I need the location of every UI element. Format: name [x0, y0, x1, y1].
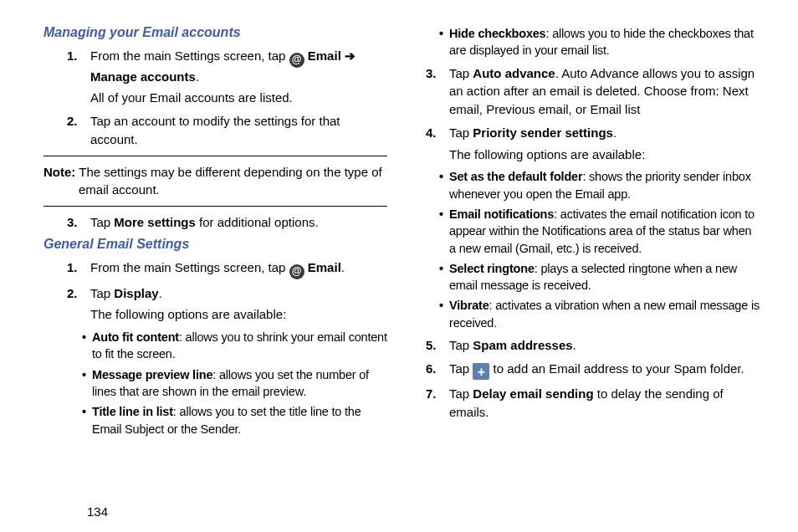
text: Tap an account to modify the settings fo… [90, 114, 340, 146]
step-2: 2. Tap an account to modify the settings… [67, 112, 387, 149]
text: From the main Settings screen, tap [90, 49, 289, 63]
step-body: Tap + to add an Email address to your Sp… [449, 360, 761, 381]
text: . [573, 338, 576, 352]
text: Tap [449, 361, 473, 376]
step-r7: 7. Tap Delay email sending to delay the … [426, 385, 761, 422]
steps-managing-cont: 3. Tap More settings for additional opti… [43, 213, 387, 232]
heading-managing-email: Managing your Email accounts [43, 25, 387, 40]
step-g1: 1. From the main Settings screen, tap @ … [67, 258, 387, 279]
bullets-top: •Hide checkboxes: allows you to hide the… [417, 25, 761, 59]
bullet-bold: Auto fit content [92, 330, 179, 344]
text: Tap [449, 338, 473, 352]
bold: Spam addresses [473, 338, 572, 352]
bullet-item: •Select ringtone: plays a selected ringt… [439, 260, 761, 294]
text: . [196, 69, 199, 84]
bullet-bold: Select ringtone [449, 262, 535, 275]
step-body: From the main Settings screen, tap @ Ema… [90, 47, 387, 107]
bullet-icon: • [439, 206, 449, 257]
step-body: Tap an account to modify the settings fo… [90, 112, 387, 149]
bullet-icon: • [82, 329, 92, 363]
step-body: Tap Spam addresses. [449, 336, 761, 355]
step-r5: 5. Tap Spam addresses. [426, 336, 761, 355]
step-sub: The following options are available: [449, 146, 761, 164]
step-num: 3. [426, 64, 449, 119]
step-num: 3. [67, 213, 90, 232]
bullet-item: •Email notifications: activates the emai… [439, 206, 761, 257]
bullet-bold: Set as the default folder [449, 170, 582, 183]
bold: Email [308, 49, 341, 63]
bullet-item: •Vibrate: activates a vibration when a n… [439, 297, 761, 331]
step-num: 6. [426, 360, 449, 381]
step-sub: All of your Email accounts are listed. [90, 89, 387, 107]
note-label: Note: [43, 165, 75, 179]
steps-right: 3. Tap Auto advance. Auto Advance allows… [417, 64, 761, 164]
step-r6: 6. Tap + to add an Email address to your… [426, 360, 761, 381]
bullet-icon: • [439, 297, 449, 331]
text: . [613, 125, 616, 140]
bullet-bold: Title line in list [92, 405, 173, 418]
bullet-bold: Email notifications [449, 207, 554, 221]
steps-right-b: 5. Tap Spam addresses. 6. Tap + to add a… [417, 336, 761, 422]
bullets-priority: •Set as the default folder: shows the pr… [417, 168, 761, 331]
text: Tap [90, 286, 114, 300]
bullet-icon: • [82, 403, 92, 437]
step-num: 7. [426, 385, 449, 422]
bullet-bold: Hide checkboxes [449, 27, 545, 40]
step-1: 1. From the main Settings screen, tap @ … [67, 47, 387, 107]
bold: Priority sender settings [473, 125, 613, 140]
page: Managing your Email accounts 1. From the… [0, 0, 798, 532]
bullet-icon: • [82, 366, 92, 401]
arrow-icon: ➔ [345, 49, 356, 63]
bullet-bold: Vibrate [449, 299, 489, 312]
right-column: •Hide checkboxes: allows you to hide the… [417, 22, 761, 519]
text: Tap [90, 215, 114, 229]
bullet-icon: • [439, 168, 449, 202]
bullet-item: •Hide checkboxes: allows you to hide the… [439, 25, 761, 59]
heading-general-settings: General Email Settings [43, 237, 387, 252]
step-r4: 4. Tap Priority sender settings. The fol… [426, 124, 761, 164]
divider [43, 156, 387, 156]
step-body: Tap Auto advance. Auto Advance allows yo… [449, 64, 761, 119]
step-sub: The following options are available: [90, 305, 387, 324]
step-num: 2. [67, 284, 90, 325]
step-r3: 3. Tap Auto advance. Auto Advance allows… [426, 64, 761, 119]
plus-icon: + [473, 363, 489, 380]
bold: Display [114, 286, 158, 300]
text: to add an Email address to your Spam fol… [489, 361, 744, 376]
note: Note: The settings may be different depe… [43, 163, 387, 200]
steps-general: 1. From the main Settings screen, tap @ … [43, 258, 387, 324]
step-g2: 2. Tap Display. The following options ar… [67, 284, 387, 325]
step-body: From the main Settings screen, tap @ Ema… [90, 258, 387, 279]
step-num: 1. [67, 47, 90, 107]
page-number: 134 [87, 504, 108, 519]
bullet-icon: • [439, 260, 449, 294]
bold: Email [308, 260, 341, 274]
bullet-item: •Auto fit content: allows you to shrink … [82, 329, 387, 363]
step-body: Tap Delay email sending to delay the sen… [449, 385, 761, 422]
bullet-item: •Message preview line: allows you set th… [82, 366, 387, 401]
step-3: 3. Tap More settings for additional opti… [67, 213, 387, 232]
divider [43, 206, 387, 207]
at-icon: @ [289, 264, 304, 279]
step-num: 2. [67, 112, 90, 149]
step-body: Tap Display. The following options are a… [90, 284, 387, 325]
bullet-text: : activates a vibration when a new email… [449, 299, 760, 329]
bullet-icon: • [439, 25, 449, 59]
left-column: Managing your Email accounts 1. From the… [43, 22, 387, 519]
text: Tap [449, 66, 473, 80]
step-num: 1. [67, 258, 90, 279]
bold: More settings [114, 215, 196, 229]
bullet-item: •Title line in list: allows you to set t… [82, 403, 387, 437]
at-icon: @ [289, 53, 304, 68]
text: Tap [449, 125, 473, 140]
bold: Delay email sending [473, 386, 593, 401]
text: . [341, 260, 345, 274]
steps-managing: 1. From the main Settings screen, tap @ … [43, 47, 387, 149]
step-body: Tap More settings for additional options… [90, 213, 387, 232]
bullet-item: •Set as the default folder: shows the pr… [439, 168, 761, 202]
step-body: Tap Priority sender settings. The follow… [449, 124, 761, 164]
bullet-bold: Message preview line [92, 368, 212, 381]
note-text: The settings may be different depending … [75, 165, 381, 197]
text: . [159, 286, 162, 300]
bullets-display: •Auto fit content: allows you to shrink … [43, 329, 387, 437]
